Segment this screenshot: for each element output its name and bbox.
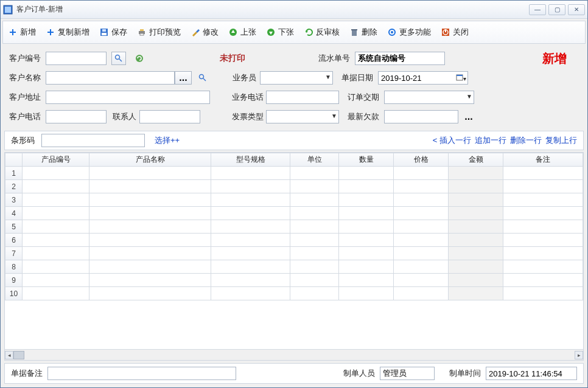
col-remark[interactable]: 备注 [503,153,583,167]
table-row[interactable]: 4 [5,207,583,220]
cell[interactable] [211,220,290,234]
contact-input[interactable] [139,110,200,123]
customer-name-ellipsis-button[interactable]: ... [175,71,192,85]
cell[interactable] [339,193,394,207]
cell[interactable] [23,287,89,300]
close-window-button[interactable]: ✕ [568,4,585,15]
table-row[interactable]: 8 [5,260,583,274]
print-preview-button[interactable]: 打印预览 [137,27,181,38]
biz-phone-input[interactable] [266,91,339,104]
cell[interactable] [211,207,290,220]
modify-button[interactable]: 修改 [191,27,219,38]
cell[interactable] [503,167,583,180]
customer-refresh-button[interactable] [132,52,147,65]
customer-name-lookup-button[interactable] [195,71,210,85]
horizontal-scrollbar[interactable]: ◂ ▸ [5,349,583,360]
cell[interactable] [89,234,211,247]
cell[interactable] [23,180,89,193]
cell-amount[interactable] [449,167,503,180]
salesman-combo[interactable] [260,71,333,85]
maximize-button[interactable]: ▢ [548,4,565,15]
cell[interactable] [503,207,583,220]
maker-input[interactable] [380,367,435,380]
cell-amount[interactable] [449,234,503,247]
delivery-date-combo[interactable] [384,91,474,104]
cell[interactable] [339,207,394,220]
cell[interactable] [89,220,211,234]
cell[interactable] [290,234,339,247]
cell[interactable] [290,274,339,287]
save-button[interactable]: 保存 [99,27,127,38]
cell[interactable] [394,207,449,220]
table-row[interactable]: 1 [5,167,583,180]
cell[interactable] [339,220,394,234]
table-row[interactable]: 2 [5,180,583,193]
cell[interactable] [503,274,583,287]
cell[interactable] [394,247,449,260]
cell[interactable] [290,247,339,260]
cell[interactable] [211,247,290,260]
cell-amount[interactable] [449,274,503,287]
cell-amount[interactable] [449,180,503,193]
customer-code-input[interactable] [46,52,107,65]
cell[interactable] [503,234,583,247]
table-row[interactable]: 6 [5,234,583,247]
cell[interactable] [290,193,339,207]
cell[interactable] [89,180,211,193]
cell[interactable] [89,260,211,274]
table-row[interactable]: 9 [5,274,583,287]
delete-row-button[interactable]: 删除一行 [510,135,542,146]
unapprove-button[interactable]: 反审核 [304,27,340,38]
cell[interactable] [290,287,339,300]
minimize-button[interactable]: ― [529,4,546,15]
col-spec[interactable]: 型号规格 [211,153,290,167]
cell-amount[interactable] [449,287,503,300]
cell[interactable] [89,274,211,287]
table-row[interactable]: 5 [5,220,583,234]
serial-no-input[interactable] [355,52,445,65]
cell[interactable] [394,167,449,180]
cell[interactable] [503,180,583,193]
append-row-button[interactable]: 追加一行 [475,135,506,146]
customer-phone-input[interactable] [46,110,107,123]
delete-button[interactable]: 删除 [349,27,377,38]
cell[interactable] [503,287,583,300]
cell[interactable] [23,274,89,287]
cell[interactable] [23,193,89,207]
cell[interactable] [89,207,211,220]
table-row[interactable]: 3 [5,193,583,207]
cell[interactable] [503,247,583,260]
cell-amount[interactable] [449,260,503,274]
cell[interactable] [23,260,89,274]
cell[interactable] [394,274,449,287]
cell[interactable] [290,260,339,274]
table-row[interactable]: 10 [5,287,583,300]
cell[interactable] [394,220,449,234]
scroll-right-arrow[interactable]: ▸ [575,351,583,359]
cell[interactable] [394,180,449,193]
cell[interactable] [290,220,339,234]
col-amount[interactable]: 金额 [449,153,503,167]
barcode-input[interactable] [41,134,145,147]
scroll-thumb[interactable] [13,351,24,359]
remark-input[interactable] [47,367,236,380]
col-qty[interactable]: 数量 [339,153,394,167]
col-unit[interactable]: 单位 [290,153,339,167]
cell[interactable] [339,180,394,193]
product-grid[interactable]: 产品编号 产品名称 型号规格 单位 数量 价格 金额 备注 1234567891… [5,153,583,300]
close-button[interactable]: 关闭 [441,27,469,38]
cell[interactable] [23,220,89,234]
cell[interactable] [339,274,394,287]
cell-amount[interactable] [449,220,503,234]
cell[interactable] [211,287,290,300]
copy-new-button[interactable]: 复制新增 [46,27,89,38]
copy-row-button[interactable]: 复制上行 [545,135,577,146]
cell-amount[interactable] [449,247,503,260]
cell[interactable] [339,287,394,300]
next-button[interactable]: 下张 [266,27,294,38]
cell[interactable] [503,220,583,234]
cell[interactable] [339,260,394,274]
cell[interactable] [211,234,290,247]
cell[interactable] [211,193,290,207]
cell[interactable] [394,234,449,247]
